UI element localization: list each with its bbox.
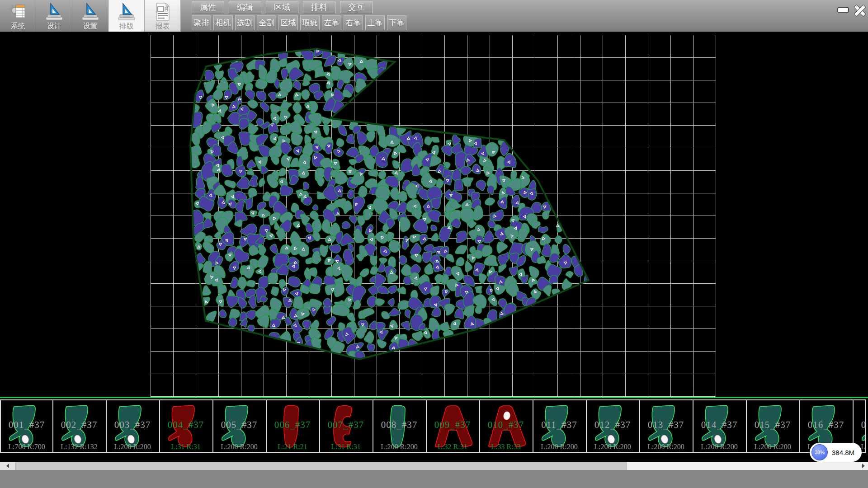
app-button-report[interactable]: 报表	[145, 0, 181, 32]
piece-id-label: 011_#37	[533, 419, 585, 431]
tool-button-9[interactable]: 上靠	[365, 15, 385, 30]
piece-thumbnail-015[interactable]: 015_#37 L:200 R:200	[747, 399, 800, 453]
piece-id-label: 006_#37	[267, 419, 318, 431]
layout-icon	[117, 1, 137, 22]
piece-id-label: 003_#37	[107, 419, 158, 431]
report-icon	[153, 1, 173, 22]
piece-thumbnail-001[interactable]: 001_#37 L:700 R:700	[0, 399, 53, 453]
app-button-settings[interactable]: 设置	[72, 0, 108, 32]
piece-lr-count: L:21 R:21	[267, 443, 318, 451]
piece-lr-count: L:200 R:200	[587, 443, 638, 451]
piece-id-label: 005_#37	[213, 419, 265, 431]
tool-button-10[interactable]: 下靠	[387, 15, 406, 30]
minimize-icon	[837, 7, 849, 13]
piece-thumbnail-006[interactable]: 006_#37 L:21 R:21	[267, 399, 320, 453]
arrow-right-icon	[862, 464, 865, 468]
piece-id-label: 002_#37	[53, 419, 105, 431]
scroll-right-button[interactable]	[859, 462, 868, 470]
piece-thumbnail-003[interactable]: 003_#37 L:200 R:200	[107, 399, 160, 453]
piece-lr-count: L:31 R:31	[320, 443, 372, 451]
piece-thumbnail-002[interactable]: 002_#37 L:132 R:132	[53, 399, 107, 453]
piece-id-label: 015_#37	[747, 419, 798, 431]
minimize-button[interactable]	[835, 4, 851, 16]
tool-button-6[interactable]: 瑕疵	[300, 15, 320, 30]
piece-thumbnail-007[interactable]: 007_#37 L:31 R:31	[320, 399, 373, 453]
main-toolbar: 系统 设计 设置 排版 报表 属性编辑区域排料交互 聚排相机选割全割区域	[0, 0, 868, 32]
menu-tab-2[interactable]: 编辑	[229, 1, 261, 14]
tool-button-8[interactable]: 右靠	[344, 15, 363, 30]
piece-id-label: 004_#37	[160, 419, 212, 431]
menu-tab-3[interactable]: 区域	[266, 1, 298, 14]
app-button-design[interactable]: 设计	[36, 0, 72, 32]
close-icon	[854, 5, 865, 15]
piece-lr-count: L:200 R:200	[640, 443, 692, 451]
piece-id-label: 017_#37	[854, 419, 866, 431]
piece-lr-count: L:200 R:200	[747, 443, 798, 451]
arrow-left-icon	[6, 464, 9, 468]
menu-tab-1[interactable]: 属性	[192, 1, 224, 14]
piece-thumbnail-009[interactable]: 009_#37 L:32 R:31	[427, 399, 480, 453]
piece-id-label: 001_#37	[1, 419, 52, 431]
piece-thumbnail-011[interactable]: 011_#37 L:200 R:200	[533, 399, 587, 453]
piece-lr-count: L:33 R:33	[480, 443, 532, 451]
scroll-left-button[interactable]	[0, 462, 15, 470]
piece-lr-count: L:200 R:200	[213, 443, 265, 451]
piece-thumbnail-008[interactable]: 008_#37 L:200 R:200	[373, 399, 427, 453]
piece-lr-count: L:31 R:31	[160, 443, 212, 451]
tool-button-4[interactable]: 全割	[257, 15, 276, 30]
piece-id-label: 014_#37	[693, 419, 745, 431]
menu-tab-5[interactable]: 交互	[340, 1, 373, 14]
piece-thumbnail-004[interactable]: 004_#37 L:31 R:31	[160, 399, 213, 453]
piece-id-label: 009_#37	[427, 419, 478, 431]
horizontal-scrollbar[interactable]	[0, 462, 868, 470]
app-button-label: 设置	[83, 22, 98, 31]
piece-lr-count: L:200 R:200	[693, 443, 745, 451]
nesting-viewport[interactable]	[0, 32, 868, 397]
menu-tab-4[interactable]: 排料	[303, 1, 335, 14]
piece-lr-count: L:132 R:132	[53, 443, 105, 451]
piece-id-label: 010_#37	[480, 419, 532, 431]
piece-lr-count: L:200 R:200	[107, 443, 158, 451]
piece-lr-count: L:32 R:31	[427, 443, 478, 451]
piece-thumbnail-strip: 001_#37 L:700 R:700 002_#37 L:132 R:132 …	[0, 397, 868, 462]
piece-lr-count: L:200 R:200	[373, 443, 425, 451]
piece-id-label: 016_#37	[800, 419, 852, 431]
piece-thumbnail-010[interactable]: 010_#37 L:33 R:33	[480, 399, 533, 453]
system-icon	[8, 1, 28, 22]
piece-id-label: 007_#37	[320, 419, 372, 431]
scrollbar-thumb[interactable]	[15, 462, 627, 470]
memory-indicator: 38% 384.8M	[810, 443, 862, 462]
nesting-canvas[interactable]	[0, 32, 868, 397]
memory-usage-text: 384.8M	[832, 449, 854, 456]
tool-button-7[interactable]: 左靠	[322, 15, 341, 30]
app-button-label: 设计	[47, 22, 61, 31]
piece-lr-count: L:200 R:200	[533, 443, 585, 451]
app-button-label: 报表	[156, 22, 170, 31]
piece-thumbnail-014[interactable]: 014_#37 L:200 R:200	[693, 399, 747, 453]
piece-thumbnail-012[interactable]: 012_#37 L:200 R:200	[587, 399, 640, 453]
tool-button-5[interactable]: 区域	[278, 15, 298, 30]
tool-button-1[interactable]: 聚排	[192, 15, 211, 30]
piece-id-label: 008_#37	[373, 419, 425, 431]
app-button-system[interactable]: 系统	[0, 0, 36, 32]
piece-thumbnail-005[interactable]: 005_#37 L:200 R:200	[213, 399, 267, 453]
app-button-layout[interactable]: 排版	[108, 0, 145, 32]
design-icon	[44, 1, 64, 22]
progress-badge: 38%	[811, 444, 828, 460]
piece-id-label: 012_#37	[587, 419, 638, 431]
piece-id-label: 013_#37	[640, 419, 692, 431]
piece-lr-count: L:700 R:700	[1, 443, 52, 451]
app-button-label: 排版	[119, 22, 134, 31]
settings-icon	[80, 1, 100, 22]
app-button-label: 系统	[11, 22, 25, 31]
tool-button-3[interactable]: 选割	[235, 15, 255, 30]
status-bar	[0, 470, 868, 488]
tool-button-2[interactable]: 相机	[213, 15, 233, 30]
piece-thumbnail-013[interactable]: 013_#37 L:200 R:200	[640, 399, 693, 453]
close-button[interactable]	[852, 4, 867, 16]
